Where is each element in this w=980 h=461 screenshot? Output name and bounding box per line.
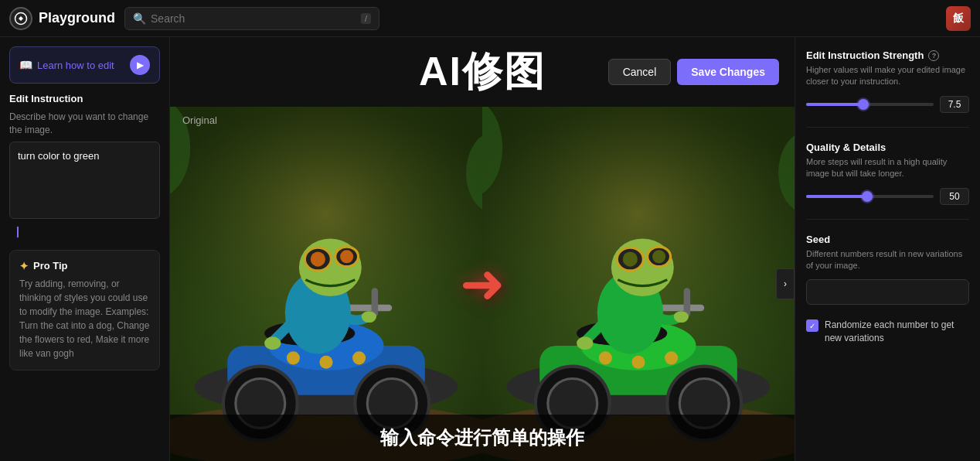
- seed-title: Seed: [806, 234, 969, 245]
- logo-label: Playground: [39, 10, 115, 26]
- learn-how-button[interactable]: 📖 Learn how to edit ▶: [9, 46, 160, 84]
- svg-point-53: [623, 251, 638, 266]
- edit-instruction-desc: Describe how you want to change the imag…: [9, 111, 160, 137]
- original-image: [170, 107, 482, 461]
- seed-input[interactable]: [806, 279, 969, 305]
- learn-btn-text: 📖 Learn how to edit: [19, 59, 114, 71]
- tip-icon: ✦: [19, 260, 29, 272]
- svg-point-18: [287, 351, 300, 364]
- original-svg: [170, 107, 482, 461]
- quality-slider-fill: [806, 195, 867, 198]
- svg-point-25: [311, 251, 325, 266]
- search-kbd: /: [361, 13, 371, 24]
- edit-instruction-section: Edit Instruction Describe how you want t…: [9, 93, 160, 241]
- svg-point-55: [577, 336, 593, 350]
- check-icon: ✓: [809, 322, 815, 330]
- instruction-textarea[interactable]: turn color to green: [9, 142, 160, 219]
- randomize-label: Randomize each number to get new variati…: [825, 319, 969, 345]
- search-icon: 🔍: [133, 12, 146, 25]
- center-title: AI修图: [419, 45, 546, 99]
- search-input[interactable]: [151, 12, 356, 25]
- original-label: Original: [182, 114, 217, 126]
- cancel-button[interactable]: Cancel: [608, 59, 672, 85]
- avatar[interactable]: 飯: [946, 6, 971, 31]
- pro-tip-title: ✦ Pro Tip: [19, 260, 150, 272]
- strength-slider-thumb[interactable]: [858, 99, 869, 110]
- edited-image: [482, 107, 795, 461]
- strength-desc: Higher values will make your edited imag…: [806, 64, 969, 88]
- strength-slider-container: 7.5: [806, 96, 969, 113]
- left-sidebar: 📖 Learn how to edit ▶ Edit Instruction D…: [0, 37, 170, 461]
- svg-point-28: [362, 311, 376, 323]
- save-changes-button[interactable]: Save Changes: [677, 59, 779, 85]
- quality-value: 50: [940, 188, 969, 205]
- quality-slider-thumb[interactable]: [862, 191, 873, 202]
- logo: Playground: [9, 7, 115, 30]
- strength-info-icon[interactable]: ?: [928, 50, 939, 61]
- quality-title: Quality & Details: [806, 142, 969, 153]
- pro-tip-text: Try adding, removing, or thinking of sty…: [19, 277, 150, 360]
- learn-label: Learn how to edit: [37, 60, 114, 71]
- search-bar[interactable]: 🔍 /: [124, 7, 379, 30]
- svg-point-20: [352, 351, 366, 364]
- divider-1: [806, 127, 969, 128]
- subtitle-text: 输入命令进行简单的操作: [380, 427, 584, 448]
- svg-point-48: [665, 351, 678, 364]
- book-icon: 📖: [19, 59, 32, 71]
- topbar-right: 飯: [946, 6, 971, 31]
- svg-point-26: [340, 250, 353, 263]
- randomize-checkbox[interactable]: ✓: [806, 319, 818, 332]
- quality-slider-track[interactable]: [806, 195, 934, 198]
- logo-icon: [9, 7, 32, 30]
- strength-section: Edit Instruction Strength ? Higher value…: [806, 50, 969, 113]
- divider-2: [806, 219, 969, 220]
- svg-point-47: [631, 356, 645, 369]
- quality-slider-container: 50: [806, 188, 969, 205]
- svg-point-54: [652, 250, 665, 263]
- right-sidebar: Edit Instruction Strength ? Higher value…: [795, 37, 980, 461]
- play-icon: ▶: [130, 55, 150, 75]
- subtitle-overlay: 输入命令进行简单的操作: [170, 415, 795, 461]
- action-buttons: Cancel Save Changes: [608, 59, 779, 85]
- randomize-row: ✓ Randomize each number to get new varia…: [806, 319, 969, 345]
- strength-slider-fill: [806, 103, 863, 106]
- quality-desc: More steps will result in a high quality…: [806, 156, 969, 180]
- seed-section: Seed Different numbers result in new var…: [806, 234, 969, 306]
- quality-section: Quality & Details More steps will result…: [806, 142, 969, 205]
- svg-point-56: [674, 311, 689, 323]
- topbar: Playground 🔍 / 飯: [0, 0, 980, 37]
- image-comparison: ➜: [170, 107, 795, 461]
- edited-svg: [482, 107, 795, 461]
- svg-point-46: [599, 351, 612, 364]
- image-area: Original: [170, 107, 795, 461]
- strength-slider-track[interactable]: [806, 103, 934, 106]
- image-canvas: Original: [170, 107, 795, 461]
- seed-desc: Different numbers result in new variatio…: [806, 248, 969, 272]
- strength-title: Edit Instruction Strength ?: [806, 50, 969, 61]
- svg-point-19: [319, 356, 332, 369]
- cursor-indicator: [17, 227, 19, 237]
- svg-point-27: [264, 336, 281, 350]
- edit-instruction-title: Edit Instruction: [9, 93, 160, 104]
- center-panel: AI修图 Cancel Save Changes Original: [170, 37, 795, 461]
- strength-value: 7.5: [940, 96, 969, 113]
- main-layout: 📖 Learn how to edit ▶ Edit Instruction D…: [0, 37, 980, 461]
- center-top-bar: AI修图 Cancel Save Changes: [170, 37, 795, 107]
- pro-tip-box: ✦ Pro Tip Try adding, removing, or think…: [9, 250, 160, 371]
- expand-button[interactable]: ›: [776, 268, 795, 299]
